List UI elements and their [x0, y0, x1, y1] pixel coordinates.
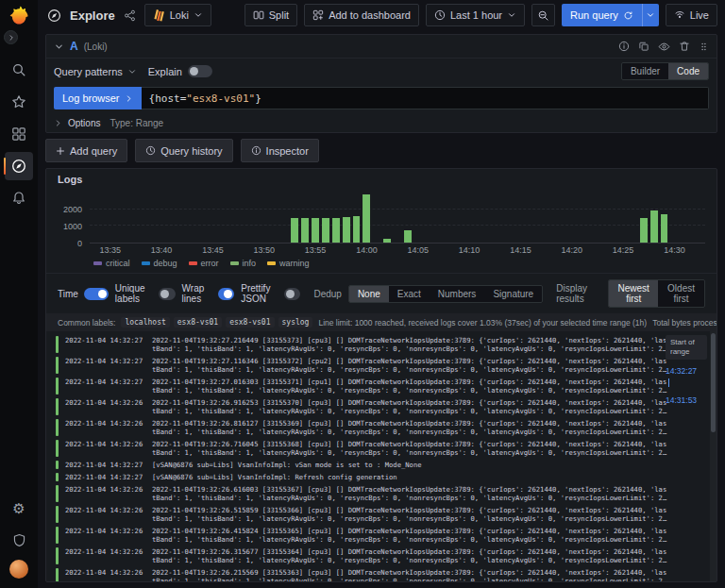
toggle-unique-labels[interactable]: Unique labels: [115, 283, 176, 304]
inspector-button[interactable]: Inspector: [241, 139, 319, 162]
toggle-wrap-lines[interactable]: Wrap lines: [182, 283, 235, 304]
volume-bar: [343, 217, 350, 243]
log-navigation: Start of range 14:32:27 14:31:53: [666, 335, 707, 406]
time-range-picker[interactable]: Last 1 hour: [426, 4, 525, 26]
query-options-summary-row[interactable]: Options Type: Range: [46, 114, 717, 132]
log-row[interactable]: 2022-11-04 14:32:272022-11-04T19:32:27.2…: [46, 334, 717, 355]
explore-compass-icon[interactable]: [5, 152, 33, 180]
duplicate-query-icon[interactable]: [638, 41, 649, 52]
toggle-switch[interactable]: [284, 288, 300, 300]
log-row[interactable]: 2022-11-04 14:32:262022-11-04T19:32:26.2…: [46, 566, 717, 581]
logs-volume-plot[interactable]: [90, 193, 705, 244]
share-icon[interactable]: [122, 8, 138, 24]
log-level-indicator: [56, 568, 59, 581]
legend-item-debug[interactable]: debug: [142, 259, 177, 268]
add-query-button[interactable]: Add query: [45, 139, 127, 162]
dedup-control: Dedup NoneExactNumbersSignature: [313, 285, 543, 303]
range-connector-line: [668, 378, 669, 387]
run-query-button[interactable]: Run query: [562, 4, 642, 26]
run-query-interval-caret[interactable]: [642, 4, 659, 26]
log-row[interactable]: 2022-11-04 14:32:27[vSAN@6876 sub=Libs] …: [46, 459, 717, 471]
explain-switch[interactable]: [188, 65, 212, 77]
sidebar-expand-button[interactable]: [4, 30, 18, 44]
log-row[interactable]: 2022-11-04 14:32:262022-11-04T19:32:26.3…: [46, 546, 717, 566]
log-row[interactable]: 2022-11-04 14:32:262022-11-04T19:32:26.5…: [46, 504, 717, 525]
starred-icon[interactable]: [5, 88, 33, 116]
legend-item-warning[interactable]: warning: [267, 259, 310, 268]
legend-item-error[interactable]: error: [189, 259, 219, 268]
chevron-down-icon: [507, 10, 516, 20]
log-row[interactable]: 2022-11-04 14:32:262022-11-04T19:32:26.7…: [46, 438, 717, 459]
log-timestamp: 2022-11-04 14:32:26: [65, 440, 146, 457]
x-tick-label: 13:55: [305, 245, 327, 255]
query-row-actions: [618, 41, 709, 53]
volume-bar: [640, 218, 648, 244]
y-tick-label: 2000: [63, 205, 82, 214]
chevron-down-icon: [127, 67, 137, 76]
dedup-none[interactable]: None: [349, 286, 389, 302]
log-timestamp: 2022-11-04 14:32:27: [65, 357, 146, 374]
collapse-chevron-icon[interactable]: [54, 42, 64, 52]
toggle-time[interactable]: Time: [58, 288, 109, 300]
legend-item-critical[interactable]: critical: [93, 259, 130, 268]
server-admin-shield-icon[interactable]: [5, 526, 33, 554]
log-row[interactable]: 2022-11-04 14:32:262022-11-04T19:32:26.9…: [46, 396, 717, 417]
toggle-label: Prettify JSON: [241, 283, 278, 304]
label-chip[interactable]: esx8-vs01: [226, 317, 274, 328]
toggle-switch[interactable]: [84, 288, 109, 300]
query-history-button[interactable]: Query history: [135, 139, 232, 162]
log-level-indicator: [56, 357, 59, 374]
display-oldest-first[interactable]: Oldest first: [658, 280, 704, 307]
scrollbar-thumb[interactable]: [711, 333, 716, 432]
switch-knob: [98, 290, 107, 298]
query-datasource-hint: (Loki): [84, 42, 108, 52]
search-icon[interactable]: [5, 56, 33, 84]
remove-query-trash-icon[interactable]: [679, 41, 690, 52]
dedup-signature[interactable]: Signature: [484, 286, 542, 302]
toggle-prettify-json[interactable]: Prettify JSON: [241, 283, 300, 304]
log-timestamp: 2022-11-04 14:32:26: [65, 398, 146, 415]
log-browser-button[interactable]: Log browser: [54, 87, 142, 109]
display-newest-first[interactable]: Newest first: [609, 280, 658, 307]
range-to-time[interactable]: 14:31:53: [666, 395, 697, 406]
log-row[interactable]: 2022-11-04 14:32:262022-11-04T19:32:26.4…: [46, 525, 717, 546]
log-row[interactable]: 2022-11-04 14:32:272022-11-04T19:32:27.1…: [46, 355, 717, 376]
settings-gear-icon[interactable]: ⚙: [5, 494, 33, 522]
label-chip[interactable]: syslog: [278, 317, 313, 328]
dedup-numbers[interactable]: Numbers: [430, 286, 485, 302]
zoom-out-time-button[interactable]: [531, 4, 555, 26]
logs-volume-legend: criticaldebugerrorinfowarning: [46, 259, 717, 273]
log-row[interactable]: 2022-11-04 14:32:262022-11-04T19:32:26.8…: [46, 417, 717, 438]
range-from-time[interactable]: 14:32:27: [666, 366, 697, 377]
legend-item-info[interactable]: info: [230, 259, 257, 268]
alerting-bell-icon[interactable]: [5, 184, 33, 212]
label-chip[interactable]: esx8-vs01: [174, 317, 222, 328]
label-chip[interactable]: localhost: [121, 317, 169, 328]
log-row[interactable]: 2022-11-04 14:32:262022-11-04T19:32:26.6…: [46, 483, 717, 504]
gridline: [90, 209, 705, 210]
user-avatar[interactable]: [9, 560, 28, 579]
split-button[interactable]: Split: [244, 4, 297, 26]
log-row[interactable]: 2022-11-04 14:32:27[vSAN@6876 sub=Libs] …: [46, 471, 717, 483]
toggle-switch[interactable]: [218, 288, 235, 300]
grafana-logo-icon[interactable]: [8, 6, 30, 28]
legend-swatch: [267, 261, 276, 265]
datasource-picker[interactable]: Loki: [144, 4, 211, 26]
hide-response-eye-icon[interactable]: [658, 41, 670, 53]
add-to-dashboard-button[interactable]: Add to dashboard: [304, 4, 419, 26]
query-patterns-dropdown[interactable]: Query patterns: [54, 66, 137, 77]
query-expression-input[interactable]: {host="esx8-vs01"}: [142, 87, 709, 109]
live-button[interactable]: Live: [666, 4, 717, 26]
log-row[interactable]: 2022-11-04 14:32:272022-11-04T19:32:27.0…: [46, 376, 717, 396]
dashboards-icon[interactable]: [5, 120, 33, 148]
drag-handle-icon[interactable]: [699, 42, 709, 52]
log-timestamp: 2022-11-04 14:32:27: [65, 461, 146, 469]
editor-mode-builder[interactable]: Builder: [622, 63, 668, 79]
datasource-name: Loki: [170, 9, 189, 21]
editor-mode-code[interactable]: Code: [668, 63, 708, 79]
dedup-exact[interactable]: Exact: [389, 286, 430, 302]
query-help-icon[interactable]: [618, 41, 630, 52]
toggle-switch[interactable]: [159, 288, 175, 300]
logs-panel-title: Logs: [46, 169, 717, 189]
logs-scrollbar[interactable]: [710, 331, 717, 581]
